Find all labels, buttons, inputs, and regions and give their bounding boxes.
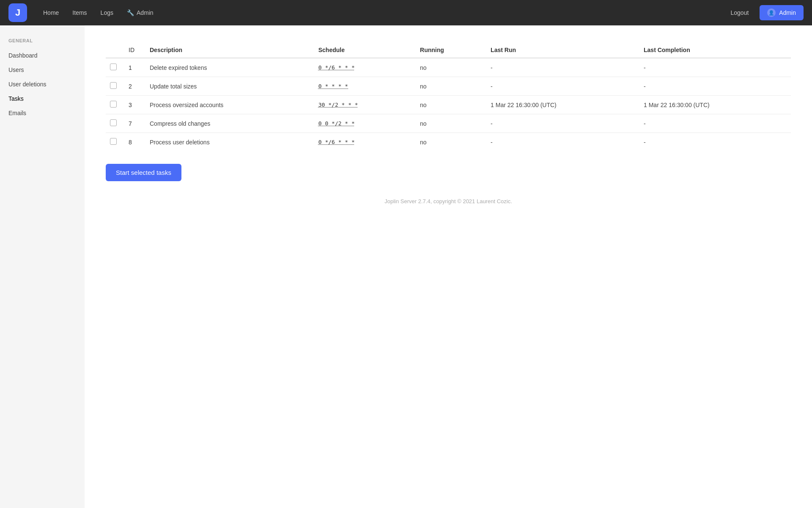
admin-button-label: Admin	[779, 9, 796, 16]
sidebar-item-dashboard[interactable]: Dashboard	[0, 48, 85, 63]
main-content: ID Description Schedule Running Last Run…	[85, 25, 812, 508]
row-last-run: 1 Mar 22 16:30:00 (UTC)	[485, 96, 638, 114]
nav-link-home[interactable]: Home	[37, 6, 65, 19]
row-schedule: 30 */2 * * *	[313, 96, 414, 114]
row-running: no	[414, 96, 485, 114]
row-last-run: -	[485, 133, 638, 152]
task-checkbox[interactable]	[110, 101, 117, 108]
table-row: 3 Process oversized accounts 30 */2 * * …	[106, 96, 791, 114]
logout-button[interactable]: Logout	[724, 6, 754, 19]
table-header: ID Description Schedule Running Last Run…	[106, 42, 791, 58]
wrench-icon: 🔧	[127, 9, 134, 16]
row-last-run: -	[485, 114, 638, 133]
admin-button[interactable]: 👤 Admin	[760, 5, 804, 20]
sidebar-item-tasks[interactable]: Tasks	[0, 91, 85, 106]
table-row: 7 Compress old changes 0 0 */2 * * no - …	[106, 114, 791, 133]
nav-link-items[interactable]: Items	[66, 6, 93, 19]
row-running: no	[414, 114, 485, 133]
row-schedule: 0 */6 * * *	[313, 133, 414, 152]
row-description: Process user deletions	[144, 133, 313, 152]
task-checkbox[interactable]	[110, 82, 117, 89]
table-row: 1 Delete expired tokens 0 */6 * * * no -…	[106, 58, 791, 77]
row-checkbox-cell	[106, 58, 123, 77]
col-header-checkbox	[106, 42, 123, 58]
row-id: 7	[123, 114, 144, 133]
sidebar-item-emails[interactable]: Emails	[0, 106, 85, 120]
table-body: 1 Delete expired tokens 0 */6 * * * no -…	[106, 58, 791, 151]
row-last-completion: -	[638, 77, 791, 96]
col-header-description: Description	[144, 42, 313, 58]
row-id: 3	[123, 96, 144, 114]
nav-link-logs[interactable]: Logs	[95, 6, 119, 19]
row-last-run: -	[485, 77, 638, 96]
row-description: Compress old changes	[144, 114, 313, 133]
nav-admin-label: Admin	[137, 9, 154, 16]
row-running: no	[414, 133, 485, 152]
row-schedule: 0 */6 * * *	[313, 58, 414, 77]
col-header-id: ID	[123, 42, 144, 58]
nav-right: Logout 👤 Admin	[724, 5, 804, 20]
page-layout: GENERAL Dashboard Users User deletions T…	[0, 25, 812, 508]
row-id: 2	[123, 77, 144, 96]
sidebar-item-user-deletions[interactable]: User deletions	[0, 77, 85, 91]
row-checkbox-cell	[106, 77, 123, 96]
table-row: 8 Process user deletions 0 */6 * * * no …	[106, 133, 791, 152]
table-row: 2 Update total sizes 0 * * * * no - -	[106, 77, 791, 96]
col-header-running: Running	[414, 42, 485, 58]
app-logo: J	[8, 3, 27, 22]
row-last-completion: 1 Mar 22 16:30:00 (UTC)	[638, 96, 791, 114]
nav-link-admin[interactable]: 🔧 Admin	[121, 6, 159, 19]
row-description: Update total sizes	[144, 77, 313, 96]
col-header-last-run: Last Run	[485, 42, 638, 58]
sidebar-item-users[interactable]: Users	[0, 63, 85, 77]
row-description: Process oversized accounts	[144, 96, 313, 114]
row-checkbox-cell	[106, 133, 123, 152]
row-running: no	[414, 77, 485, 96]
task-checkbox[interactable]	[110, 64, 117, 70]
row-checkbox-cell	[106, 96, 123, 114]
row-schedule: 0 * * * *	[313, 77, 414, 96]
col-header-schedule: Schedule	[313, 42, 414, 58]
row-id: 1	[123, 58, 144, 77]
navbar: J Home Items Logs 🔧 Admin Logout 👤 Admin	[0, 0, 812, 25]
row-checkbox-cell	[106, 114, 123, 133]
row-last-run: -	[485, 58, 638, 77]
nav-links: Home Items Logs 🔧 Admin	[37, 6, 724, 19]
row-last-completion: -	[638, 58, 791, 77]
footer: Joplin Server 2.7.4, copyright © 2021 La…	[106, 181, 791, 213]
row-last-completion: -	[638, 133, 791, 152]
sidebar-section-label: GENERAL	[0, 38, 85, 48]
user-icon: 👤	[767, 8, 776, 17]
start-selected-tasks-button[interactable]: Start selected tasks	[106, 164, 181, 181]
row-schedule: 0 0 */2 * *	[313, 114, 414, 133]
col-header-last-completion: Last Completion	[638, 42, 791, 58]
row-last-completion: -	[638, 114, 791, 133]
sidebar: GENERAL Dashboard Users User deletions T…	[0, 25, 85, 508]
row-id: 8	[123, 133, 144, 152]
task-checkbox[interactable]	[110, 138, 117, 145]
task-checkbox[interactable]	[110, 119, 117, 126]
tasks-table: ID Description Schedule Running Last Run…	[106, 42, 791, 151]
row-description: Delete expired tokens	[144, 58, 313, 77]
row-running: no	[414, 58, 485, 77]
